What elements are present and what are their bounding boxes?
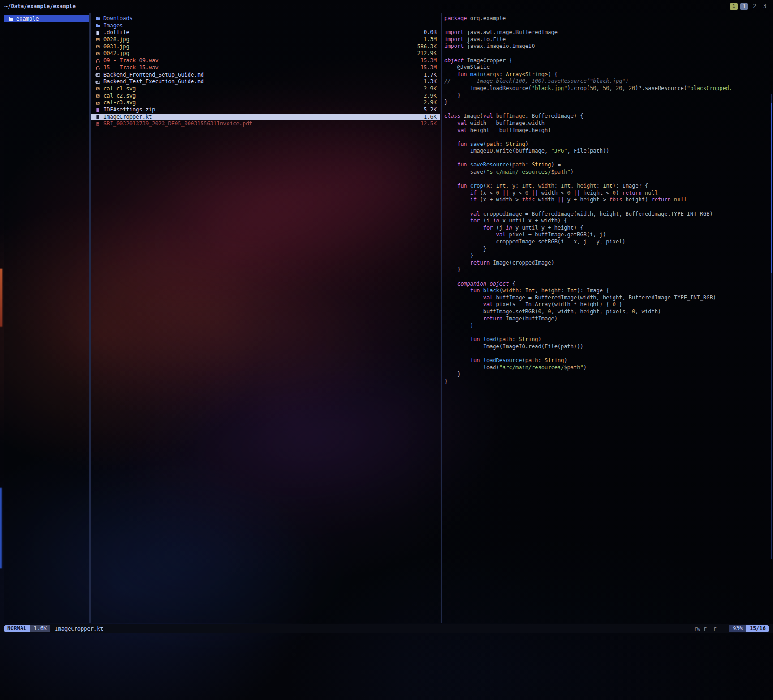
- code-token: ) {: [548, 71, 558, 77]
- code-token: (: [496, 336, 499, 342]
- code-token: null: [674, 196, 687, 203]
- code-token: ,: [610, 85, 616, 91]
- code-token: return: [483, 316, 502, 322]
- code-token: String: [519, 336, 538, 342]
- file-row[interactable]: 0042.jpg212.9K: [91, 50, 440, 57]
- code-token: [444, 190, 470, 196]
- code-line: fun main(args: Array<String>) {: [444, 71, 766, 78]
- code-token: for: [483, 225, 493, 231]
- code-token: package: [444, 15, 467, 21]
- code-line: fun load(path: String) =: [444, 336, 766, 343]
- tab-2[interactable]: 1: [740, 3, 748, 10]
- file-size: 2.9K: [412, 85, 437, 93]
- code-line: @JvmStatic: [444, 64, 766, 71]
- file-row[interactable]: Images: [91, 22, 440, 30]
- code-line: [444, 155, 766, 162]
- code-token: saveResource: [470, 162, 509, 168]
- code-token: javax.imageio.ImageIO: [464, 43, 535, 49]
- file-row[interactable]: 09 - Track 09.wav15.3M: [91, 57, 440, 64]
- code-token: return: [651, 196, 670, 203]
- file-row[interactable]: cal-c1.svg2.9K: [91, 85, 440, 93]
- code-line: if (x + width > this.width || y + height…: [444, 196, 766, 204]
- pdf-icon: [94, 122, 101, 127]
- audio-icon: [94, 65, 101, 70]
- code-token: (x + width >: [477, 196, 522, 203]
- code-token: y <: [509, 190, 525, 196]
- kotlin-icon: [94, 115, 101, 120]
- code-token: args: [486, 71, 499, 77]
- code-token: width: [502, 287, 519, 294]
- tab-1[interactable]: 1: [730, 3, 738, 10]
- code-token: (: [483, 183, 486, 189]
- code-token: path: [486, 141, 499, 147]
- tab-4[interactable]: 3: [761, 3, 769, 10]
- code-token: ||: [574, 190, 580, 196]
- code-line: val pixels = IntArray(width * height) { …: [444, 301, 766, 308]
- file-row[interactable]: 0031.jpg586.3K: [91, 43, 440, 51]
- code-token: Image(ImageIO.read(File(path))): [444, 343, 584, 350]
- code-token: val: [470, 211, 480, 217]
- file-size-badge: 1.6K: [30, 625, 50, 632]
- scrollbar[interactable]: [771, 94, 772, 559]
- code-token: [444, 141, 457, 147]
- tab-3[interactable]: 2: [751, 3, 758, 10]
- code-token: pixels = IntArray(width * height) {: [493, 301, 612, 307]
- code-token: crop: [470, 183, 483, 189]
- file-row[interactable]: IDEAsettings.zip5.2K: [91, 107, 440, 114]
- code-line: for (i in x until x + width) {: [444, 218, 766, 225]
- code-line: load("src/main/resources/$path"): [444, 364, 766, 371]
- code-token: load: [483, 336, 496, 342]
- file-list-pane: DownloadsImages.dotfile0.0B0028.jpg1.3M0…: [90, 13, 440, 623]
- file-row[interactable]: Downloads: [91, 15, 440, 22]
- parent-dir-name: example: [16, 15, 86, 22]
- code-token: }: [444, 246, 486, 252]
- file-row[interactable]: ImageCropper.kt1.6K: [91, 114, 440, 121]
- code-line: companion object {: [444, 281, 766, 288]
- code-line: [444, 176, 766, 183]
- code-token: import: [444, 36, 464, 43]
- file-row[interactable]: Backend_Frontend_Setup_Guide.md1.7K: [91, 72, 440, 79]
- code-token: return: [622, 190, 641, 196]
- header-bar: ~/Data/example/example 1123: [4, 2, 769, 10]
- code-token: buffImage: [496, 113, 525, 119]
- code-token: fun: [470, 357, 480, 363]
- code-token: [444, 231, 496, 238]
- file-row[interactable]: SBI_0032013739_2023_DE05_0003155631Invoi…: [91, 120, 440, 128]
- code-token: ) =: [525, 141, 535, 147]
- code-token: Int: [561, 183, 571, 189]
- code-token: }: [616, 301, 622, 307]
- code-token: [499, 190, 502, 196]
- code-token: [444, 211, 470, 217]
- code-line: if (x < 0 || y < 0 || width < 0 || heigh…: [444, 190, 766, 197]
- file-row[interactable]: cal-c3.svg2.9K: [91, 99, 440, 107]
- code-token: Image(croppedImage): [490, 260, 554, 266]
- file-row[interactable]: cal-c2.svg2.9K: [91, 93, 440, 100]
- code-token: 50: [603, 85, 609, 91]
- code-token: java.awt.image.BufferedImage: [464, 29, 558, 35]
- code-line: val croppedImage = BufferedImage(width, …: [444, 211, 766, 218]
- code-token: Int: [567, 287, 577, 294]
- code-token: Int: [603, 183, 613, 189]
- file-row[interactable]: Backend_Test_Execution_Guide.md1.3K: [91, 78, 440, 85]
- code-token: [444, 316, 483, 322]
- code-token: [444, 357, 470, 363]
- code-token: :: [561, 287, 567, 294]
- code-token: (: [499, 287, 502, 294]
- code-token: }: [444, 371, 460, 377]
- file-row[interactable]: 0028.jpg1.3M: [91, 36, 440, 43]
- file-size: 1.3M: [412, 36, 437, 43]
- file-name: ImageCropper.kt: [103, 114, 407, 121]
- code-token: : BufferedImage) {: [525, 113, 584, 119]
- code-line: val width = buffImage.width: [444, 120, 766, 127]
- current-filename: ImageCropper.kt: [55, 626, 103, 632]
- code-token: [467, 141, 470, 147]
- file-row[interactable]: .dotfile0.0B: [91, 29, 440, 36]
- code-line: }: [444, 266, 766, 273]
- code-token: width <: [538, 190, 567, 196]
- parent-dir-item[interactable]: example: [4, 15, 89, 22]
- code-token: [444, 71, 457, 77]
- code-line: [444, 204, 766, 211]
- pane-container: example DownloadsImages.dotfile0.0B0028.…: [4, 13, 769, 623]
- code-token: // Image.black(100, 100).saveResource("b…: [444, 78, 629, 84]
- file-row[interactable]: 15 - Track 15.wav15.3M: [91, 64, 440, 72]
